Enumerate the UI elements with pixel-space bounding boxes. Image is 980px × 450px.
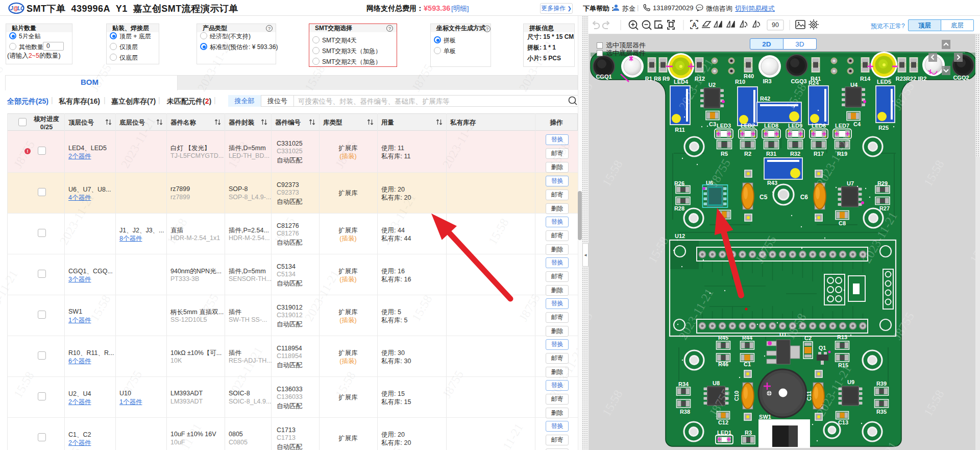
svg-text:U4: U4 [850, 82, 858, 88]
svg-text:R14: R14 [860, 76, 871, 82]
svg-text:LED5: LED5 [877, 79, 891, 85]
svg-text:90: 90 [772, 21, 779, 29]
svg-text:R2: R2 [744, 151, 751, 157]
svg-text:R32: R32 [790, 151, 800, 157]
svg-text:R46: R46 [718, 361, 728, 367]
svg-text:LED4: LED4 [674, 79, 689, 85]
svg-text:C2: C2 [804, 335, 812, 341]
svg-text:15:58: 15:58 [379, 16, 404, 17]
svg-text:R12: R12 [695, 76, 705, 82]
svg-text:U2: U2 [708, 82, 716, 88]
svg-text:15:58: 15:58 [57, 16, 83, 17]
svg-text:R39: R39 [876, 381, 887, 387]
svg-text:R17: R17 [814, 151, 824, 157]
svg-text:R11: R11 [675, 127, 685, 133]
svg-text:C4: C4 [853, 121, 861, 127]
svg-text:R42: R42 [760, 96, 770, 102]
svg-text:R27: R27 [879, 205, 890, 211]
svg-text:U9: U9 [847, 379, 854, 385]
svg-text:CGQ2: CGQ2 [953, 75, 969, 81]
svg-text:LC: LC [17, 6, 24, 11]
svg-text:C6: C6 [800, 194, 808, 201]
svg-text:J8755: J8755 [517, 292, 543, 324]
svg-text:LED7: LED7 [835, 123, 849, 129]
svg-text:Q1: Q1 [819, 345, 826, 351]
svg-text:CGQ1: CGQ1 [596, 74, 611, 80]
svg-text:U7: U7 [847, 180, 854, 186]
svg-text:U8: U8 [713, 380, 720, 386]
svg-text:LED6: LED6 [812, 123, 826, 129]
svg-text:SW1: SW1 [759, 414, 771, 420]
svg-text:LED8: LED8 [764, 123, 778, 129]
svg-text:R45: R45 [718, 335, 728, 341]
svg-text:C12: C12 [718, 419, 728, 425]
svg-text:R43: R43 [767, 180, 777, 186]
svg-text:R44: R44 [742, 335, 753, 341]
svg-text:R3: R3 [745, 430, 752, 436]
svg-text:R1 R8 R9: R1 R8 R9 [645, 76, 670, 82]
svg-text:IR3: IR3 [763, 78, 771, 84]
svg-text:R35: R35 [876, 409, 887, 415]
svg-text:LED2: LED2 [741, 123, 755, 129]
svg-text:2023-11-21: 2023-11-21 [486, 421, 526, 450]
svg-text:R13: R13 [837, 334, 847, 340]
svg-text:CGQ3: CGQ3 [791, 78, 806, 84]
svg-text:LED9: LED9 [788, 123, 802, 129]
svg-text:C11: C11 [806, 391, 812, 401]
svg-text:LED3: LED3 [717, 123, 731, 129]
svg-text:15:58: 15:58 [88, 293, 113, 323]
svg-text:J8755: J8755 [440, 368, 466, 400]
svg-text:R31: R31 [766, 151, 776, 157]
svg-text:R5: R5 [721, 151, 728, 157]
svg-text:R38: R38 [680, 409, 690, 415]
svg-text:C5: C5 [760, 194, 768, 201]
svg-text:R10: R10 [735, 79, 745, 85]
svg-text:15:58: 15:58 [409, 293, 435, 323]
svg-text:R25: R25 [878, 125, 889, 131]
svg-text:R23R22 IR2: R23R22 IR2 [896, 76, 927, 82]
svg-text:2023-11-21: 2023-11-21 [272, 16, 311, 17]
svg-text:R28: R28 [674, 205, 684, 211]
svg-text:R19: R19 [837, 151, 847, 157]
svg-text:C10: C10 [733, 391, 740, 401]
svg-text:A: A [692, 21, 697, 29]
svg-text:U1: U1 [779, 331, 787, 338]
svg-text:R34: R34 [678, 381, 689, 387]
svg-text:15:58: 15:58 [11, 369, 37, 400]
svg-text:2023-11-21: 2023-11-21 [0, 268, 20, 323]
svg-text:C1: C1 [744, 361, 751, 367]
svg-text:J8755: J8755 [164, 16, 190, 17]
svg-text:C8: C8 [839, 220, 846, 226]
svg-text:U12: U12 [675, 233, 685, 239]
svg-text:15:58: 15:58 [486, 216, 511, 247]
svg-text:J8755: J8755 [486, 16, 512, 17]
svg-text:R15: R15 [838, 362, 848, 368]
svg-text:C3: C3 [709, 121, 716, 127]
svg-text:R24: R24 [808, 80, 819, 86]
svg-text:C13: C13 [838, 419, 848, 425]
